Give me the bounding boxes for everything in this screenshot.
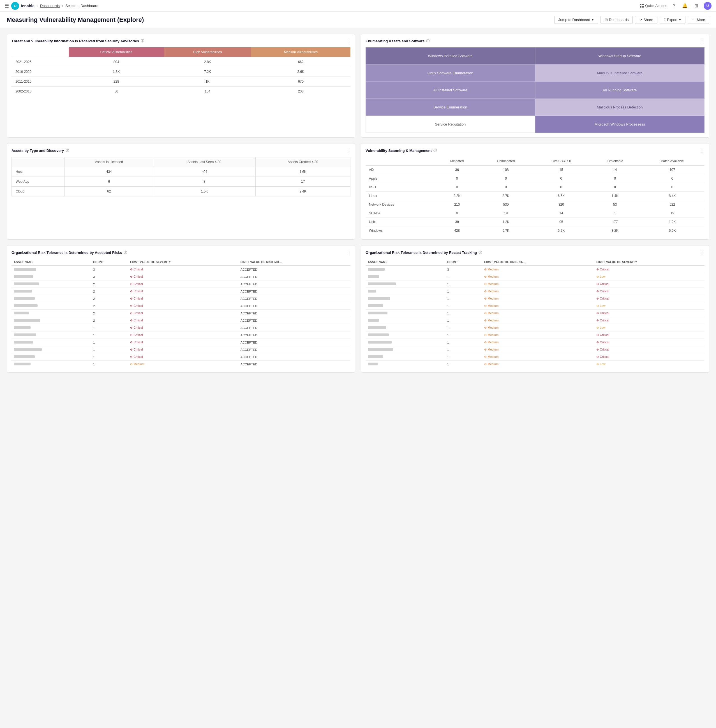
enum-cell[interactable]: Windows Installed Software <box>366 47 535 64</box>
count-cell: 1 <box>445 288 482 295</box>
cvss-cell: 14 <box>532 209 590 218</box>
list-item: 1 ⊘ Medium ⊘ Low <box>366 273 704 280</box>
threat-year-header <box>12 47 69 57</box>
hamburger-menu[interactable]: ☰ <box>5 3 9 9</box>
lastseen-cell: 404 <box>153 167 256 177</box>
scanning-card-header: Vulnerability Scanning & Management ⓘ ⋮ <box>366 148 704 153</box>
asset-name-cell <box>366 361 445 368</box>
enum-cell[interactable]: Malicious Process Detection <box>535 98 705 116</box>
accepted-risks-table: ASSET NAME COUNT FIRST VALUE OF SEVERITY… <box>12 259 350 368</box>
risk-cell: ACCEPTED <box>238 317 350 324</box>
enum-cell[interactable]: Linux Software Enumeration <box>366 64 535 82</box>
assets-card-menu[interactable]: ⋮ <box>345 148 350 153</box>
licensed-cell: 434 <box>65 167 153 177</box>
enum-info-icon[interactable]: ⓘ <box>426 39 429 44</box>
table-row: Linux 2.2K 8.7K 6.5K 1.4K 8.4K <box>366 192 704 200</box>
asset-name-cell <box>366 295 445 302</box>
share-label: Share <box>643 18 653 22</box>
assets-info-icon[interactable]: ⓘ <box>65 148 69 153</box>
table-row: Network Devices 210 530 320 53 522 <box>366 200 704 209</box>
threat-card-menu[interactable]: ⋮ <box>345 38 350 44</box>
enum-cell[interactable]: Microsoft Windows Processess <box>535 116 705 133</box>
count-cell: 3 <box>91 273 128 280</box>
cvss-cell: 6.5K <box>532 192 590 200</box>
help-icon-button[interactable]: ? <box>672 2 677 9</box>
enum-cell[interactable]: Windows Startup Software <box>535 47 705 64</box>
asset-name-cell <box>366 353 445 361</box>
accepted-card-menu[interactable]: ⋮ <box>345 250 350 255</box>
patch-cell: 8.4K <box>640 192 704 200</box>
accepted-info-icon[interactable]: ⓘ <box>124 250 127 255</box>
lastseen-cell: 1.5K <box>153 187 256 197</box>
count-cell: 2 <box>91 317 128 324</box>
asset-name-cell <box>12 324 91 331</box>
table-row: 2021-2025 804 2.8K 662 <box>12 57 350 67</box>
unmitigated-cell: 108 <box>479 166 532 174</box>
threat-table: Critical Vulnerabilities High Vulnerabil… <box>12 47 350 96</box>
enum-cell[interactable]: All Installed Software <box>366 82 535 98</box>
enum-card-menu[interactable]: ⋮ <box>699 38 704 44</box>
severity-cell: ⊘ Critical <box>128 310 238 317</box>
original-cell: ⊘ Medium <box>482 280 594 288</box>
list-item: 1 ⊘ Critical ACCEPTED <box>12 324 350 331</box>
severity-cell: ⊘ Critical <box>128 353 238 361</box>
enum-cell[interactable]: MacOS X Installed Software <box>535 64 705 82</box>
created-cell: 2.4K <box>256 187 350 197</box>
nav-separator: › <box>37 4 38 8</box>
export-button[interactable]: ⤴ Export ▼ <box>660 16 686 24</box>
threat-info-icon[interactable]: ⓘ <box>141 39 144 44</box>
user-avatar[interactable]: U <box>704 2 711 10</box>
enum-cell[interactable]: Service Enumeration <box>366 98 535 116</box>
asset-name-cell <box>12 361 91 368</box>
count-cell: 1 <box>91 346 128 353</box>
recast-info-icon[interactable]: ⓘ <box>479 250 482 255</box>
count-cell: 1 <box>445 361 482 368</box>
original-cell: ⊘ Medium <box>482 324 594 331</box>
recast-title: Organizational Risk Tolerance Is Determi… <box>366 250 482 255</box>
os-cell: AIX <box>366 166 435 174</box>
quick-actions-button[interactable]: Quick Actions <box>640 4 667 8</box>
scanning-info-icon[interactable]: ⓘ <box>434 148 437 153</box>
severity-cell: ⊘ Critical <box>594 295 704 302</box>
list-item: 2 ⊘ Critical ACCEPTED <box>12 310 350 317</box>
dashboards-label: Dashboards <box>609 18 628 22</box>
apps-grid-icon-button[interactable]: ⊞ <box>693 2 699 9</box>
asset-name-cell <box>366 302 445 310</box>
asset-name-cell <box>12 288 91 295</box>
severity-cell: ⊘ Critical <box>594 346 704 353</box>
asset-name-cell <box>366 324 445 331</box>
more-button[interactable]: ⋯ More <box>688 16 709 24</box>
more-icon: ⋯ <box>692 18 696 22</box>
scan-patch-header: Patch Available <box>640 157 704 166</box>
notifications-icon-button[interactable]: 🔔 <box>681 2 689 9</box>
threat-card-title: Threat and Vulnerability Information Is … <box>12 39 144 44</box>
table-row: AIX 36 108 15 14 107 <box>366 166 704 174</box>
list-item: 1 ⊘ Medium ACCEPTED <box>12 361 350 368</box>
original-cell: ⊘ Medium <box>482 339 594 346</box>
count-cell: 1 <box>91 339 128 346</box>
scanning-card-menu[interactable]: ⋮ <box>699 148 704 153</box>
share-button[interactable]: ↗ Share <box>635 16 657 24</box>
scan-cvss-header: CVSS >= 7.0 <box>532 157 590 166</box>
os-cell: Unix <box>366 218 435 226</box>
list-item: 1 ⊘ Medium ⊘ Critical <box>366 353 704 361</box>
table-row: Unix 38 1.2K 95 177 1.2K <box>366 218 704 226</box>
count-cell: 1 <box>445 353 482 361</box>
original-cell: ⊘ Medium <box>482 295 594 302</box>
page-title: Measuring Vulnerability Management (Expl… <box>7 16 144 24</box>
patch-cell: 522 <box>640 200 704 209</box>
jump-to-dashboard-button[interactable]: Jump to Dashboard ▼ <box>554 16 598 24</box>
count-cell: 1 <box>445 295 482 302</box>
risk-cell: ACCEPTED <box>238 266 350 273</box>
original-cell: ⊘ Medium <box>482 361 594 368</box>
list-item: 3 ⊘ Critical ACCEPTED <box>12 266 350 273</box>
breadcrumb-dashboards[interactable]: Dashboards <box>40 4 60 8</box>
recast-card-menu[interactable]: ⋮ <box>699 250 704 255</box>
asset-name-cell <box>12 273 91 280</box>
asset-name-cell <box>12 280 91 288</box>
enum-cell[interactable]: All Running Software <box>535 82 705 98</box>
list-item: 1 ⊘ Medium ⊘ Low <box>366 324 704 331</box>
accepted-asset-header: ASSET NAME <box>12 259 91 266</box>
dashboards-button[interactable]: ⊞ Dashboards <box>601 16 633 24</box>
enum-cell[interactable]: Service Reputation <box>366 116 535 133</box>
